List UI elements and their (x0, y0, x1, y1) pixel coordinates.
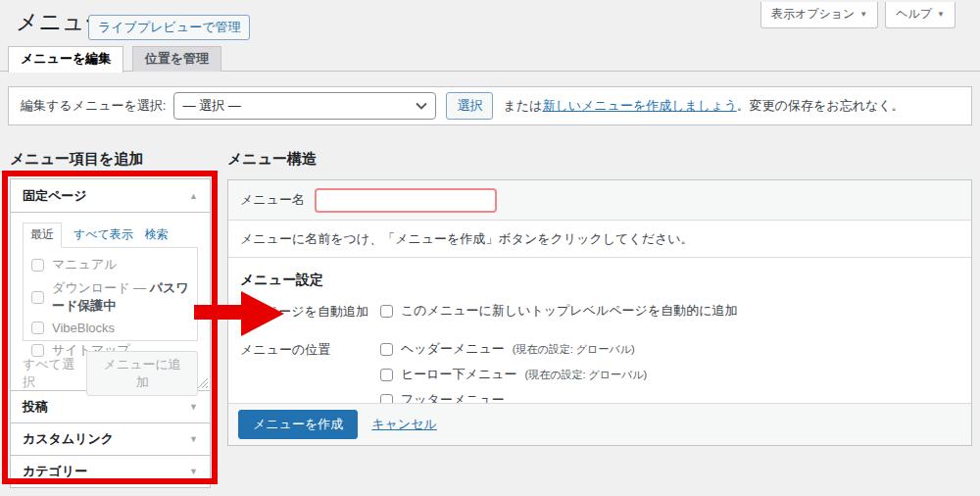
auto-add-row: 固定ページを自動追加 このメニューに新しいトップレベルページを自動的に追加 (240, 302, 959, 327)
publish-bar: メニューを作成 キャンセル (228, 403, 971, 445)
create-menu-button[interactable]: メニューを作成 (238, 410, 358, 439)
pages-tab-recent[interactable]: 最近 (23, 223, 62, 248)
add-menu-items-heading: メニュー項目を追加 (10, 150, 143, 169)
section-categories-header[interactable]: カテゴリー ▼ (11, 455, 210, 487)
location-label: ヒーロー下メニュー (401, 366, 517, 383)
section-custom-links-title: カスタムリンク (23, 430, 114, 448)
expand-icon: ▼ (189, 467, 198, 476)
help-button[interactable]: ヘルプ ▼ (885, 2, 956, 28)
chevron-down-icon: ▼ (859, 10, 867, 19)
location-note: (現在の設定: グローバル) (513, 342, 635, 357)
location-label: ヘッダーメニュー (401, 340, 505, 358)
or-text: または (503, 97, 542, 115)
list-item: VibeBlocks (31, 321, 197, 335)
section-pages-title: 固定ページ (23, 187, 87, 205)
page-item-label: VibeBlocks (52, 321, 115, 335)
location-checkbox-below-hero[interactable] (380, 369, 393, 381)
menu-select-label: 編集するメニューを選択: (21, 97, 166, 115)
pages-tab-view-all[interactable]: すべて表示 (74, 226, 133, 248)
expand-icon: ▼ (189, 434, 198, 444)
menu-structure-heading: メニュー構造 (227, 150, 317, 169)
location-option: ヘッダーメニュー (現在の設定: グローバル) (380, 340, 647, 358)
list-item: ダウンロード — パスワード保護中 (31, 279, 197, 315)
live-preview-button[interactable]: ライブプレビューで管理 (88, 15, 250, 40)
page-item-checkbox[interactable] (31, 259, 44, 272)
pages-tab-search[interactable]: 検索 (145, 226, 169, 248)
list-item: マニュアル (31, 256, 197, 273)
auto-add-label: 固定ページを自動追加 (240, 302, 380, 327)
location-checkbox-header[interactable] (380, 343, 393, 356)
menu-name-label: メニュー名 (240, 191, 305, 209)
menu-select-value: — 選択 — (182, 97, 240, 115)
help-label: ヘルプ (896, 6, 932, 23)
auto-add-checkbox[interactable] (380, 305, 393, 318)
cancel-link[interactable]: キャンセル (371, 416, 437, 433)
menu-select[interactable]: — 選択 — (173, 92, 436, 120)
menu-select-bar: 編集するメニューを選択: — 選択 — 選択 または 新しいメニューを作成しまし… (8, 86, 972, 125)
select-chevron-icon (416, 102, 427, 110)
menu-instruction-row: メニューに名前をつけ、「メニューを作成」ボタンをクリックしてください。 (228, 221, 971, 258)
section-pages-header[interactable]: 固定ページ ▲ (11, 179, 210, 212)
collapse-icon: ▲ (189, 191, 198, 201)
menu-settings-heading: メニュー設定 (240, 272, 959, 289)
auto-add-checkbox-label: このメニューに新しいトップレベルページを自動的に追加 (401, 302, 737, 320)
pages-checklist: マニュアル ダウンロード — パスワード保護中 VibeBlocks サイトマッ… (23, 247, 198, 341)
chevron-down-icon: ▼ (937, 10, 945, 19)
page-item-checkbox[interactable] (31, 344, 44, 357)
resize-handle[interactable] (196, 376, 208, 388)
tab-edit-menus[interactable]: メニューを編集 (8, 46, 123, 73)
pages-subtabs: 最近 すべて表示 検索 (23, 223, 198, 248)
menu-name-row: メニュー名 (228, 180, 971, 221)
save-reminder-text: 。変更の保存をお忘れなく。 (737, 97, 905, 115)
add-menu-items-panel: 固定ページ ▲ 最近 すべて表示 検索 マニュアル ダウンロード — パスワード… (10, 178, 211, 488)
screen-options-button[interactable]: 表示オプション ▼ (760, 2, 878, 28)
pages-footer: すべて選択 メニューに追加 (23, 351, 198, 396)
section-posts-title: 投稿 (23, 398, 48, 416)
section-pages-body: 最近 すべて表示 検索 マニュアル ダウンロード — パスワード保護中 Vibe… (11, 212, 210, 390)
create-menu-link[interactable]: 新しいメニューを作成しましょう (542, 97, 736, 115)
page-item-checkbox[interactable] (31, 291, 44, 304)
tab-manage-locations[interactable]: 位置を管理 (132, 46, 221, 72)
select-all-link[interactable]: すべて選択 (23, 356, 86, 391)
add-to-menu-button[interactable]: メニューに追加 (86, 351, 198, 396)
screen-options-label: 表示オプション (771, 6, 855, 23)
nav-tab-wrapper: メニューを編集 位置を管理 (0, 46, 980, 72)
location-option: ヒーロー下メニュー (現在の設定: グローバル) (380, 366, 647, 383)
page-item-checkbox[interactable] (31, 322, 44, 334)
location-note: (現在の設定: グローバル) (525, 368, 648, 382)
menu-structure-panel: メニュー名 メニューに名前をつけ、「メニューを作成」ボタンをクリックしてください… (227, 179, 972, 446)
expand-icon: ▼ (189, 402, 198, 412)
select-button[interactable]: 選択 (446, 92, 493, 120)
page-item-label: ダウンロード — パスワード保護中 (52, 279, 197, 315)
section-categories-title: カテゴリー (23, 463, 87, 480)
screen-meta: 表示オプション ▼ ヘルプ ▼ (760, 2, 956, 28)
menu-name-input[interactable] (315, 188, 497, 213)
menu-instruction-text: メニューに名前をつけ、「メニューを作成」ボタンをクリックしてください。 (240, 230, 694, 248)
section-custom-links-header[interactable]: カスタムリンク ▼ (11, 422, 210, 455)
page-item-label: マニュアル (52, 256, 118, 273)
